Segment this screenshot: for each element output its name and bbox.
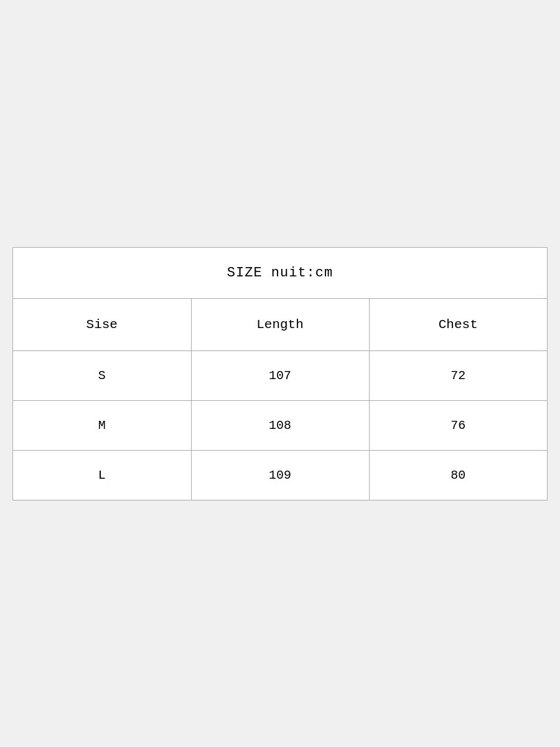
table-row: S 107 72	[13, 350, 547, 400]
page-background: SIZE nuit:cm Sise Length Chest S 107 72 …	[0, 0, 560, 747]
cell-sise-l: L	[13, 450, 191, 500]
cell-length-s: 107	[191, 350, 369, 400]
cell-sise-m: M	[13, 400, 191, 450]
cell-length-l: 109	[191, 450, 369, 500]
cell-sise-s: S	[13, 350, 191, 400]
cell-chest-l: 80	[369, 450, 547, 500]
title-row: SIZE nuit:cm	[13, 248, 547, 299]
col-header-sise: Sise	[13, 298, 191, 350]
header-row: Sise Length Chest	[13, 298, 547, 350]
table-row: L 109 80	[13, 450, 547, 500]
table-row: M 108 76	[13, 400, 547, 450]
cell-length-m: 108	[191, 400, 369, 450]
col-header-length: Length	[191, 298, 369, 350]
col-header-chest: Chest	[369, 298, 547, 350]
size-chart-container: SIZE nuit:cm Sise Length Chest S 107 72 …	[12, 247, 548, 500]
table-title: SIZE nuit:cm	[13, 248, 547, 299]
cell-chest-s: 72	[369, 350, 547, 400]
size-chart-table: SIZE nuit:cm Sise Length Chest S 107 72 …	[13, 248, 547, 500]
cell-chest-m: 76	[369, 400, 547, 450]
